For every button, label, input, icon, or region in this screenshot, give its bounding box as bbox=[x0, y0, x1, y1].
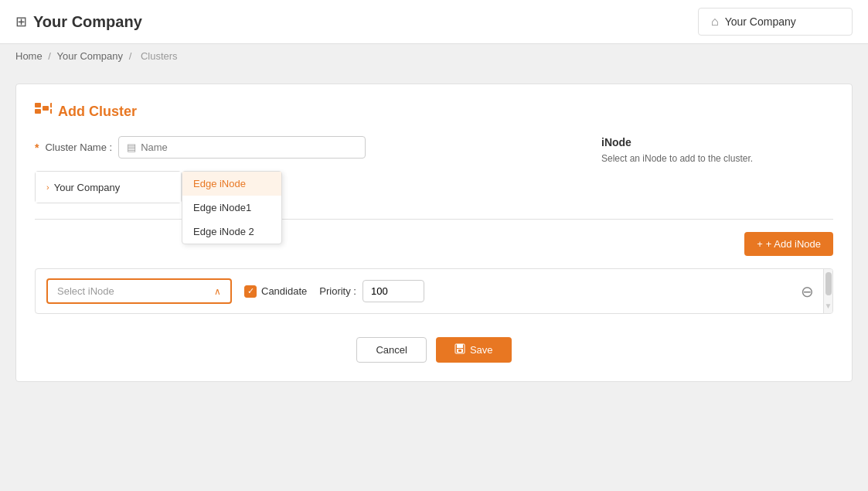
cluster-name-input[interactable] bbox=[141, 142, 357, 153]
inode-row: Select iNode ∧ ✓ Candidate Priority : bbox=[36, 269, 832, 313]
candidate-checkbox-wrapper[interactable]: ✓ Candidate bbox=[244, 285, 307, 298]
inode-dropdown: Edge iNode Edge iNode1 Edge iNode 2 bbox=[182, 171, 282, 244]
home-icon: ⌂ bbox=[711, 15, 719, 29]
company-tree-label: Your Company bbox=[54, 182, 121, 193]
input-icon: ▤ bbox=[127, 142, 136, 153]
candidate-checkbox[interactable]: ✓ bbox=[244, 285, 257, 298]
form-left: * Cluster Name : ▤ › Your Company bbox=[35, 136, 578, 203]
save-icon bbox=[454, 343, 465, 356]
breadcrumb-home[interactable]: Home bbox=[15, 50, 43, 62]
breadcrumb-clusters: Clusters bbox=[141, 50, 178, 62]
required-star: * bbox=[35, 142, 39, 154]
select-inode-dropdown[interactable]: Select iNode ∧ bbox=[46, 278, 232, 304]
inode-title: iNode bbox=[601, 136, 833, 148]
svg-rect-6 bbox=[457, 344, 463, 348]
tree-container: › Your Company bbox=[35, 171, 182, 203]
dropdown-item-0[interactable]: Edge iNode bbox=[182, 172, 281, 196]
priority-label: Priority : bbox=[319, 285, 356, 297]
inode-list-section: Select iNode ∧ ✓ Candidate Priority : bbox=[35, 268, 833, 314]
select-chevron-icon: ∧ bbox=[214, 286, 221, 297]
svg-rect-4 bbox=[50, 109, 52, 114]
add-inode-button[interactable]: + + Add iNode bbox=[744, 232, 833, 256]
add-inode-plus-icon: + bbox=[757, 238, 763, 250]
svg-rect-3 bbox=[50, 103, 52, 107]
cancel-button[interactable]: Cancel bbox=[356, 337, 426, 363]
form-right: iNode Select an iNode to add to the clus… bbox=[601, 136, 833, 203]
cluster-name-input-wrapper[interactable]: ▤ bbox=[118, 136, 366, 159]
scrollbar-thumb bbox=[825, 272, 832, 295]
svg-rect-1 bbox=[35, 109, 41, 114]
add-inode-row: + + Add iNode bbox=[35, 232, 833, 262]
company-tree-node[interactable]: › Your Company bbox=[36, 172, 181, 203]
main-content: Add Cluster * Cluster Name : ▤ bbox=[0, 68, 868, 397]
top-bar: ⊞ Your Company ⌂ Your Company bbox=[0, 0, 868, 44]
action-row: Cancel Save bbox=[35, 337, 833, 363]
card-title-text: Add Cluster bbox=[58, 104, 137, 120]
card-title: Add Cluster bbox=[35, 103, 833, 121]
priority-input[interactable] bbox=[363, 280, 424, 302]
breadcrumb-company[interactable]: Your Company bbox=[57, 50, 124, 62]
tree-arrow-icon: › bbox=[46, 182, 49, 192]
add-cluster-card: Add Cluster * Cluster Name : ▤ bbox=[15, 84, 853, 382]
checkmark-icon: ✓ bbox=[247, 286, 254, 296]
select-inode-placeholder: Select iNode bbox=[57, 285, 114, 297]
cluster-name-row: * Cluster Name : ▤ bbox=[35, 136, 578, 159]
scrollbar[interactable]: ▼ bbox=[823, 269, 832, 313]
inode-desc: Select an iNode to add to the cluster. bbox=[601, 153, 833, 164]
form-section: * Cluster Name : ▤ › Your Company bbox=[35, 136, 833, 220]
save-label: Save bbox=[470, 344, 493, 356]
svg-rect-0 bbox=[35, 103, 41, 107]
breadcrumb: Home / Your Company / Clusters bbox=[0, 44, 868, 68]
svg-rect-8 bbox=[458, 349, 461, 352]
top-bar-title: Your Company bbox=[33, 13, 142, 31]
svg-rect-2 bbox=[43, 106, 49, 111]
tree-area: › Your Company Edge iNode Edge iNode1 bbox=[35, 171, 578, 203]
company-card-label: Your Company bbox=[725, 15, 796, 28]
candidate-label: Candidate bbox=[261, 285, 307, 297]
scrollbar-bottom: ▼ bbox=[825, 302, 832, 310]
minus-circle-icon: ⊖ bbox=[801, 283, 814, 300]
priority-wrapper: Priority : bbox=[319, 280, 424, 302]
cluster-icon bbox=[35, 103, 52, 121]
add-inode-label: + Add iNode bbox=[766, 238, 821, 250]
dropdown-item-1[interactable]: Edge iNode1 bbox=[182, 196, 281, 220]
breadcrumb-sep1: / bbox=[48, 50, 53, 62]
breadcrumb-sep2: / bbox=[129, 50, 134, 62]
top-bar-left: ⊞ Your Company bbox=[15, 13, 142, 31]
company-card[interactable]: ⌂ Your Company bbox=[698, 8, 853, 36]
remove-inode-button[interactable]: ⊖ bbox=[801, 282, 814, 301]
save-button[interactable]: Save bbox=[436, 337, 512, 363]
cluster-name-label: Cluster Name : bbox=[45, 142, 112, 153]
company-icon: ⊞ bbox=[15, 13, 27, 30]
dropdown-item-2[interactable]: Edge iNode 2 bbox=[182, 220, 281, 244]
